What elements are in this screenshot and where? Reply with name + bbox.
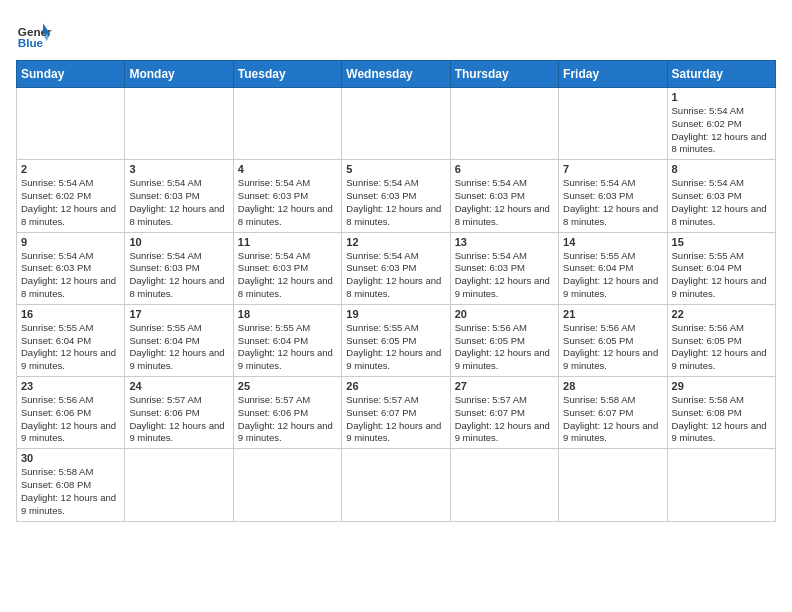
day-number: 5 — [346, 163, 445, 175]
weekday-header-thursday: Thursday — [450, 61, 558, 88]
calendar-cell: 12Sunrise: 5:54 AM Sunset: 6:03 PM Dayli… — [342, 232, 450, 304]
calendar-cell: 29Sunrise: 5:58 AM Sunset: 6:08 PM Dayli… — [667, 377, 775, 449]
day-info: Sunrise: 5:56 AM Sunset: 6:05 PM Dayligh… — [455, 322, 554, 373]
calendar-week-5: 23Sunrise: 5:56 AM Sunset: 6:06 PM Dayli… — [17, 377, 776, 449]
day-number: 4 — [238, 163, 337, 175]
day-number: 18 — [238, 308, 337, 320]
calendar-cell — [450, 88, 558, 160]
day-info: Sunrise: 5:54 AM Sunset: 6:03 PM Dayligh… — [455, 177, 554, 228]
calendar-cell: 1Sunrise: 5:54 AM Sunset: 6:02 PM Daylig… — [667, 88, 775, 160]
logo: General Blue — [16, 16, 52, 52]
day-info: Sunrise: 5:55 AM Sunset: 6:05 PM Dayligh… — [346, 322, 445, 373]
day-info: Sunrise: 5:56 AM Sunset: 6:05 PM Dayligh… — [672, 322, 771, 373]
day-number: 24 — [129, 380, 228, 392]
day-number: 19 — [346, 308, 445, 320]
calendar-cell: 21Sunrise: 5:56 AM Sunset: 6:05 PM Dayli… — [559, 304, 667, 376]
day-info: Sunrise: 5:57 AM Sunset: 6:06 PM Dayligh… — [238, 394, 337, 445]
calendar-cell — [233, 88, 341, 160]
day-info: Sunrise: 5:54 AM Sunset: 6:03 PM Dayligh… — [238, 177, 337, 228]
day-info: Sunrise: 5:54 AM Sunset: 6:03 PM Dayligh… — [129, 177, 228, 228]
calendar-cell: 11Sunrise: 5:54 AM Sunset: 6:03 PM Dayli… — [233, 232, 341, 304]
day-number: 14 — [563, 236, 662, 248]
day-info: Sunrise: 5:54 AM Sunset: 6:03 PM Dayligh… — [563, 177, 662, 228]
day-info: Sunrise: 5:54 AM Sunset: 6:03 PM Dayligh… — [21, 250, 120, 301]
day-info: Sunrise: 5:57 AM Sunset: 6:07 PM Dayligh… — [346, 394, 445, 445]
calendar-cell: 5Sunrise: 5:54 AM Sunset: 6:03 PM Daylig… — [342, 160, 450, 232]
calendar-cell: 9Sunrise: 5:54 AM Sunset: 6:03 PM Daylig… — [17, 232, 125, 304]
day-info: Sunrise: 5:54 AM Sunset: 6:03 PM Dayligh… — [672, 177, 771, 228]
calendar-cell: 23Sunrise: 5:56 AM Sunset: 6:06 PM Dayli… — [17, 377, 125, 449]
day-number: 30 — [21, 452, 120, 464]
day-number: 8 — [672, 163, 771, 175]
calendar-cell: 14Sunrise: 5:55 AM Sunset: 6:04 PM Dayli… — [559, 232, 667, 304]
day-info: Sunrise: 5:58 AM Sunset: 6:08 PM Dayligh… — [672, 394, 771, 445]
weekday-header-wednesday: Wednesday — [342, 61, 450, 88]
day-info: Sunrise: 5:56 AM Sunset: 6:05 PM Dayligh… — [563, 322, 662, 373]
calendar-cell: 15Sunrise: 5:55 AM Sunset: 6:04 PM Dayli… — [667, 232, 775, 304]
day-number: 22 — [672, 308, 771, 320]
calendar-week-3: 9Sunrise: 5:54 AM Sunset: 6:03 PM Daylig… — [17, 232, 776, 304]
day-number: 29 — [672, 380, 771, 392]
calendar-cell: 25Sunrise: 5:57 AM Sunset: 6:06 PM Dayli… — [233, 377, 341, 449]
calendar-cell: 27Sunrise: 5:57 AM Sunset: 6:07 PM Dayli… — [450, 377, 558, 449]
calendar-week-6: 30Sunrise: 5:58 AM Sunset: 6:08 PM Dayli… — [17, 449, 776, 521]
day-number: 16 — [21, 308, 120, 320]
page-header: General Blue — [16, 16, 776, 52]
day-info: Sunrise: 5:54 AM Sunset: 6:03 PM Dayligh… — [238, 250, 337, 301]
day-info: Sunrise: 5:54 AM Sunset: 6:03 PM Dayligh… — [455, 250, 554, 301]
day-number: 9 — [21, 236, 120, 248]
day-info: Sunrise: 5:56 AM Sunset: 6:06 PM Dayligh… — [21, 394, 120, 445]
calendar-cell — [233, 449, 341, 521]
weekday-header-monday: Monday — [125, 61, 233, 88]
day-info: Sunrise: 5:55 AM Sunset: 6:04 PM Dayligh… — [129, 322, 228, 373]
day-number: 28 — [563, 380, 662, 392]
calendar-cell — [667, 449, 775, 521]
day-number: 2 — [21, 163, 120, 175]
calendar-cell — [559, 88, 667, 160]
day-number: 6 — [455, 163, 554, 175]
day-info: Sunrise: 5:55 AM Sunset: 6:04 PM Dayligh… — [238, 322, 337, 373]
day-number: 1 — [672, 91, 771, 103]
weekday-header-saturday: Saturday — [667, 61, 775, 88]
day-number: 15 — [672, 236, 771, 248]
day-info: Sunrise: 5:57 AM Sunset: 6:06 PM Dayligh… — [129, 394, 228, 445]
calendar-week-2: 2Sunrise: 5:54 AM Sunset: 6:02 PM Daylig… — [17, 160, 776, 232]
day-info: Sunrise: 5:58 AM Sunset: 6:08 PM Dayligh… — [21, 466, 120, 517]
day-info: Sunrise: 5:55 AM Sunset: 6:04 PM Dayligh… — [563, 250, 662, 301]
calendar-cell: 6Sunrise: 5:54 AM Sunset: 6:03 PM Daylig… — [450, 160, 558, 232]
calendar-week-1: 1Sunrise: 5:54 AM Sunset: 6:02 PM Daylig… — [17, 88, 776, 160]
day-info: Sunrise: 5:57 AM Sunset: 6:07 PM Dayligh… — [455, 394, 554, 445]
calendar-cell: 30Sunrise: 5:58 AM Sunset: 6:08 PM Dayli… — [17, 449, 125, 521]
day-number: 11 — [238, 236, 337, 248]
weekday-header-row: SundayMondayTuesdayWednesdayThursdayFrid… — [17, 61, 776, 88]
weekday-header-friday: Friday — [559, 61, 667, 88]
calendar-cell: 3Sunrise: 5:54 AM Sunset: 6:03 PM Daylig… — [125, 160, 233, 232]
day-number: 3 — [129, 163, 228, 175]
day-number: 7 — [563, 163, 662, 175]
calendar-cell: 22Sunrise: 5:56 AM Sunset: 6:05 PM Dayli… — [667, 304, 775, 376]
day-info: Sunrise: 5:54 AM Sunset: 6:03 PM Dayligh… — [129, 250, 228, 301]
day-info: Sunrise: 5:54 AM Sunset: 6:02 PM Dayligh… — [21, 177, 120, 228]
calendar-cell — [125, 88, 233, 160]
weekday-header-sunday: Sunday — [17, 61, 125, 88]
calendar-cell: 10Sunrise: 5:54 AM Sunset: 6:03 PM Dayli… — [125, 232, 233, 304]
day-number: 27 — [455, 380, 554, 392]
calendar-week-4: 16Sunrise: 5:55 AM Sunset: 6:04 PM Dayli… — [17, 304, 776, 376]
day-number: 26 — [346, 380, 445, 392]
calendar-cell — [559, 449, 667, 521]
calendar-cell: 8Sunrise: 5:54 AM Sunset: 6:03 PM Daylig… — [667, 160, 775, 232]
svg-text:Blue: Blue — [18, 36, 44, 49]
calendar-cell: 28Sunrise: 5:58 AM Sunset: 6:07 PM Dayli… — [559, 377, 667, 449]
calendar-cell — [450, 449, 558, 521]
day-number: 10 — [129, 236, 228, 248]
calendar-cell — [17, 88, 125, 160]
calendar-cell: 19Sunrise: 5:55 AM Sunset: 6:05 PM Dayli… — [342, 304, 450, 376]
calendar-cell: 24Sunrise: 5:57 AM Sunset: 6:06 PM Dayli… — [125, 377, 233, 449]
day-number: 12 — [346, 236, 445, 248]
calendar-cell: 4Sunrise: 5:54 AM Sunset: 6:03 PM Daylig… — [233, 160, 341, 232]
calendar-cell: 20Sunrise: 5:56 AM Sunset: 6:05 PM Dayli… — [450, 304, 558, 376]
day-number: 20 — [455, 308, 554, 320]
calendar-cell: 2Sunrise: 5:54 AM Sunset: 6:02 PM Daylig… — [17, 160, 125, 232]
day-info: Sunrise: 5:54 AM Sunset: 6:03 PM Dayligh… — [346, 250, 445, 301]
weekday-header-tuesday: Tuesday — [233, 61, 341, 88]
